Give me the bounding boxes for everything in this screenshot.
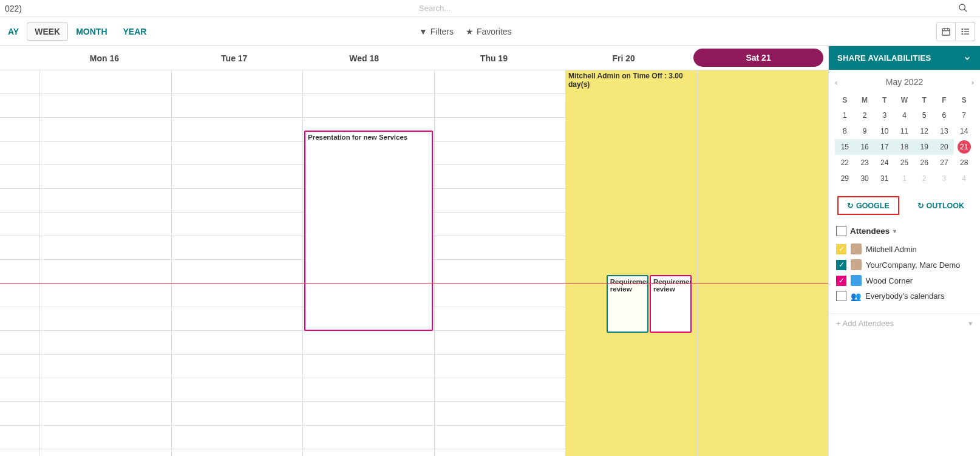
svg-point-0 [959, 4, 965, 10]
col-sat[interactable] [697, 70, 829, 456]
grid[interactable]: Presentation for new Services Mitchell A… [0, 70, 828, 456]
mini-cal-day[interactable]: 9 [855, 123, 875, 139]
mini-cal-day[interactable]: 4 [954, 171, 974, 186]
attendee-checkbox[interactable]: ✓ [836, 260, 846, 270]
mini-cal-day[interactable]: 1 [894, 171, 914, 186]
mini-cal-day[interactable]: 29 [835, 171, 855, 186]
filters-button[interactable]: ▼ Filters [419, 27, 454, 36]
add-attendees[interactable]: + Add Attendees ▾ [829, 313, 980, 333]
mini-cal-header: ‹ May 2022 › [835, 75, 974, 93]
event-req2[interactable]: Requirements review [650, 275, 692, 333]
mini-cal-day[interactable]: 10 [874, 123, 894, 139]
mini-cal-day[interactable]: 28 [954, 155, 974, 171]
mini-cal-day[interactable]: 19 [914, 139, 934, 155]
day-thu[interactable]: Thu 19 [429, 46, 559, 70]
mini-cal-day[interactable]: 24 [874, 155, 894, 171]
list-view-icon[interactable] [956, 22, 975, 41]
day-mon[interactable]: Mon 16 [39, 46, 169, 70]
group-icon: 👥 [851, 291, 861, 301]
mini-cal-dow: W [894, 93, 914, 107]
attendee-row[interactable]: ✓Mitchell Admin [836, 241, 973, 257]
search-icon[interactable] [958, 3, 968, 13]
mini-cal-day[interactable]: 17 [874, 139, 894, 155]
view-year[interactable]: YEAR [115, 22, 155, 41]
attendee-checkbox[interactable]: ✓ [836, 244, 846, 254]
day-columns: Presentation for new Services Mitchell A… [0, 70, 828, 456]
chevron-down-icon [963, 54, 971, 63]
mini-cal-day[interactable]: 15 [835, 139, 855, 155]
mini-cal-dow: M [855, 93, 875, 107]
attendees-title-row[interactable]: Attendees ▾ [836, 226, 973, 241]
attendee-row[interactable]: ✓Wood Corner [836, 273, 973, 288]
event-req1[interactable]: Requirements review [607, 275, 648, 333]
attendees-checkbox[interactable] [836, 226, 846, 236]
prev-month-icon[interactable]: ‹ [835, 78, 837, 87]
day-wed[interactable]: Wed 18 [299, 46, 429, 70]
attendee-name: Everybody's calendars [865, 291, 944, 301]
mini-cal-day[interactable]: 21 [958, 140, 971, 154]
attendee-name: Wood Corner [866, 276, 913, 285]
mini-cal-day[interactable]: 8 [835, 123, 855, 139]
attendee-row[interactable]: 👥Everybody's calendars [836, 288, 973, 304]
day-sat[interactable]: Sat 21 [693, 49, 823, 67]
mini-cal-day[interactable]: 14 [954, 123, 974, 139]
mini-cal-day[interactable]: 30 [855, 171, 875, 186]
mini-cal-day[interactable]: 27 [934, 155, 954, 171]
svg-point-9 [962, 29, 962, 29]
mini-cal-day[interactable]: 7 [954, 107, 974, 123]
mini-cal-day[interactable]: 26 [914, 155, 934, 171]
filters-label: Filters [430, 27, 454, 36]
col-tue[interactable] [171, 70, 303, 456]
col-fri[interactable]: Mitchell Admin on Time Off : 3.00 day(s)… [565, 70, 697, 456]
attendee-checkbox[interactable]: ✓ [836, 276, 846, 286]
view-month[interactable]: MONTH [68, 22, 115, 41]
col-thu[interactable] [434, 70, 566, 456]
col-mon[interactable] [39, 70, 171, 456]
mini-cal-day[interactable]: 4 [894, 107, 914, 123]
next-month-icon[interactable]: › [971, 78, 974, 87]
mini-cal-day[interactable]: 18 [894, 139, 914, 155]
view-day[interactable]: AY [0, 22, 27, 41]
col-wed[interactable]: Presentation for new Services [302, 70, 434, 456]
mini-cal-dow: S [954, 93, 974, 107]
mini-cal-day[interactable]: 20 [934, 139, 954, 155]
attendee-checkbox[interactable] [836, 291, 846, 301]
view-week[interactable]: WEEK [27, 22, 68, 41]
mini-cal-day[interactable]: 12 [914, 123, 934, 139]
toolbar: AY WEEK MONTH YEAR ▼ Filters ★ Favorites [0, 17, 980, 46]
event-timeoff[interactable]: Mitchell Admin on Time Off : 3.00 day(s) [566, 70, 697, 98]
mini-cal-day[interactable]: 23 [855, 155, 875, 171]
search-input[interactable] [419, 4, 968, 13]
mini-cal-day[interactable]: 25 [894, 155, 914, 171]
mini-cal-day[interactable]: 3 [874, 107, 894, 123]
svg-rect-2 [942, 29, 950, 35]
day-fri[interactable]: Fri 20 [559, 46, 689, 70]
view-switcher: AY WEEK MONTH YEAR [0, 22, 154, 41]
event-presentation[interactable]: Presentation for new Services [304, 131, 433, 331]
attendees-title: Attendees [850, 226, 890, 236]
mini-cal-day[interactable]: 16 [855, 139, 875, 155]
sync-google-button[interactable]: ↻ GOOGLE [837, 196, 899, 215]
mini-cal-day[interactable]: 13 [934, 123, 954, 139]
attendees-list: ✓Mitchell Admin✓YourCompany, Marc Demo✓W… [836, 241, 973, 304]
mini-cal-day[interactable]: 22 [835, 155, 855, 171]
gutter [0, 46, 39, 70]
filter-icon: ▼ [419, 27, 427, 36]
svg-line-1 [964, 9, 967, 12]
attendees-section: Attendees ▾ ✓Mitchell Admin✓YourCompany,… [829, 220, 980, 310]
mini-cal-day[interactable]: 11 [894, 123, 914, 139]
mini-cal-day[interactable]: 2 [914, 171, 934, 186]
mini-cal-day[interactable]: 5 [914, 107, 934, 123]
share-availabilities-button[interactable]: SHARE AVAILABILITIES [829, 46, 980, 70]
mini-cal-day[interactable]: 6 [934, 107, 954, 123]
calendar-view-icon[interactable] [936, 22, 956, 41]
attendee-row[interactable]: ✓YourCompany, Marc Demo [836, 257, 973, 273]
favorites-button[interactable]: ★ Favorites [466, 27, 512, 36]
mini-cal-day[interactable]: 3 [934, 171, 954, 186]
day-tue[interactable]: Tue 17 [169, 46, 299, 70]
mini-cal-day[interactable]: 2 [855, 107, 875, 123]
mini-cal-day[interactable]: 1 [835, 107, 855, 123]
page-title-fragment: 022) [5, 4, 22, 13]
sync-outlook-button[interactable]: ↻ OUTLOOK [910, 196, 972, 215]
mini-cal-day[interactable]: 31 [874, 171, 894, 186]
